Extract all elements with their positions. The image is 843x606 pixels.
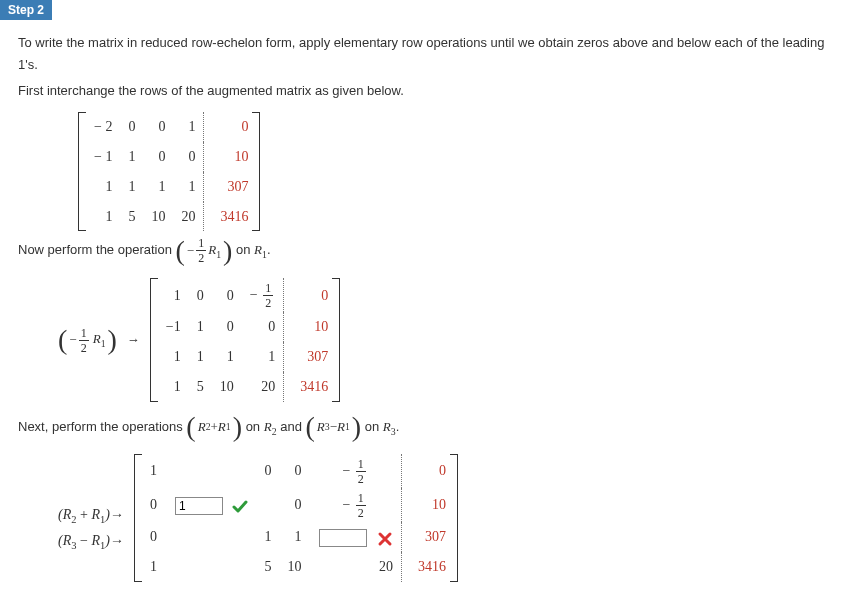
m3-r4c1: 1: [142, 552, 165, 582]
m1-r2c2: 1: [120, 142, 143, 172]
m2-r2c2: 1: [189, 312, 212, 342]
on-text: on: [236, 242, 254, 257]
m1-r3c1: 1: [86, 172, 120, 202]
matrix1-container: − 2 0 0 1 0 − 1 1 0 0 10 1 1 1 1: [78, 106, 825, 237]
m3-r1c1: 1: [142, 454, 165, 488]
row-op-b-label: (R3 − R1)→: [58, 533, 124, 552]
next-perform-line: Next, perform the operations ( R2 + R1 )…: [18, 416, 825, 440]
m2-r4aug: 3416: [284, 372, 333, 402]
m2-r3c3: 1: [212, 342, 242, 372]
matrix3-row: (R2 + R1)→ (R3 − R1)→ 1 0 0 − 12 0: [58, 448, 825, 588]
intro-line-2: First interchange the rows of the augmen…: [18, 80, 825, 102]
row-op-a-label: (R2 + R1)→: [58, 507, 124, 526]
m2-r2aug: 10: [284, 312, 333, 342]
matrix2: 1 0 0 − 12 0 −1 1 0 0 10 1: [150, 278, 340, 401]
m1-r1c1: − 2: [86, 112, 120, 142]
m1-r4c2: 5: [120, 202, 143, 232]
m2-r4c2: 5: [189, 372, 212, 402]
m3-r3c2: [165, 522, 257, 552]
m3-r4aug: 3416: [401, 552, 450, 582]
matrix3: 1 0 0 − 12 0 0: [134, 454, 458, 582]
m1-r1c4: 1: [173, 112, 204, 142]
m3-r1c2: [165, 454, 257, 488]
row-ops-labels: (R2 + R1)→ (R3 − R1)→: [58, 507, 124, 552]
m3-r1c4: 0: [279, 454, 309, 488]
m3-r4c3: 5: [256, 552, 279, 582]
matrix2-row: ( − 1 2 R1 ) → 1 0 0 −: [58, 272, 825, 407]
content-region: To write the matrix in reduced row-echel…: [0, 32, 843, 606]
m3-r2c4: 0: [279, 488, 309, 522]
and-text: and: [280, 419, 305, 434]
m1-r4c3: 10: [143, 202, 173, 232]
m3-r3aug: 307: [401, 522, 450, 552]
m2-r1c1: 1: [158, 278, 189, 312]
m3-r3c5-cell: [309, 522, 401, 552]
m1-r3c2: 1: [120, 172, 143, 202]
m2-r1aug: 0: [284, 278, 333, 312]
m3-r3c3: 1: [256, 522, 279, 552]
on-R3-text: on: [365, 419, 383, 434]
R2-label: R2: [264, 419, 277, 434]
answer-input-1[interactable]: [175, 497, 223, 515]
m2-r4c4: 20: [242, 372, 284, 402]
m3-r1c5: − 12: [309, 454, 401, 488]
m3-r3c4: 1: [279, 522, 309, 552]
answer-input-2[interactable]: [319, 529, 367, 547]
check-icon: [232, 499, 248, 513]
now-perform-text: Now perform the operation: [18, 242, 176, 257]
m2-r2c3: 0: [212, 312, 242, 342]
intro-line-1: To write the matrix in reduced row-echel…: [18, 32, 825, 76]
now-perform-line: Now perform the operation ( − 1 2 R1 ) o…: [18, 237, 825, 264]
m2-r3c1: 1: [158, 342, 189, 372]
m1-r2aug: 10: [204, 142, 253, 172]
m1-r3aug: 307: [204, 172, 253, 202]
m3-r2c5: − 12: [309, 488, 401, 522]
next-perform-text: Next, perform the operations: [18, 419, 186, 434]
m2-r1c2: 0: [189, 278, 212, 312]
m1-r4c4: 20: [173, 202, 204, 232]
m3-r2c3: [256, 488, 279, 522]
m2-r1c3: 0: [212, 278, 242, 312]
m1-r1c3: 0: [143, 112, 173, 142]
on-R2-text: on: [246, 419, 264, 434]
R1-label: R1: [254, 242, 267, 257]
m3-r1aug: 0: [401, 454, 450, 488]
m1-r3c3: 1: [143, 172, 173, 202]
m3-r3c1: 0: [142, 522, 165, 552]
m3-r4c2: [165, 552, 257, 582]
m2-r1c4: − 12: [242, 278, 284, 312]
m1-r2c4: 0: [173, 142, 204, 172]
m2-r2c1: −1: [158, 312, 189, 342]
m1-r4aug: 3416: [204, 202, 253, 232]
m3-r2aug: 10: [401, 488, 450, 522]
op1-arrow-label: ( − 1 2 R1 ): [58, 327, 117, 354]
m2-r3c4: 1: [242, 342, 284, 372]
m2-r3aug: 307: [284, 342, 333, 372]
m3-r4c5: 20: [309, 552, 401, 582]
m1-r2c1: − 1: [86, 142, 120, 172]
m2-r4c3: 10: [212, 372, 242, 402]
op2b-paren: ( R3 − R1 ): [305, 416, 361, 438]
m2-r4c1: 1: [158, 372, 189, 402]
m3-r2c1: 0: [142, 488, 165, 522]
m3-r1c3: 0: [256, 454, 279, 488]
x-icon: [377, 531, 393, 545]
m1-r4c1: 1: [86, 202, 120, 232]
m1-r1aug: 0: [204, 112, 253, 142]
m2-r3c2: 1: [189, 342, 212, 372]
m2-r2c4: 0: [242, 312, 284, 342]
m3-r4c4: 10: [279, 552, 309, 582]
step-header: Step 2: [0, 0, 52, 20]
op1-fraction: 1 2: [196, 237, 206, 264]
m1-r1c2: 0: [120, 112, 143, 142]
R3-label: R3: [383, 419, 396, 434]
arrow-icon: →: [127, 329, 140, 351]
op1-paren: ( − 1 2 R1 ): [176, 237, 233, 264]
matrix1: − 2 0 0 1 0 − 1 1 0 0 10 1 1 1 1: [78, 112, 260, 231]
m1-r3c4: 1: [173, 172, 204, 202]
m1-r2c3: 0: [143, 142, 173, 172]
m3-r2c2-cell: [165, 488, 257, 522]
op2a-paren: ( R2 + R1 ): [186, 416, 242, 438]
